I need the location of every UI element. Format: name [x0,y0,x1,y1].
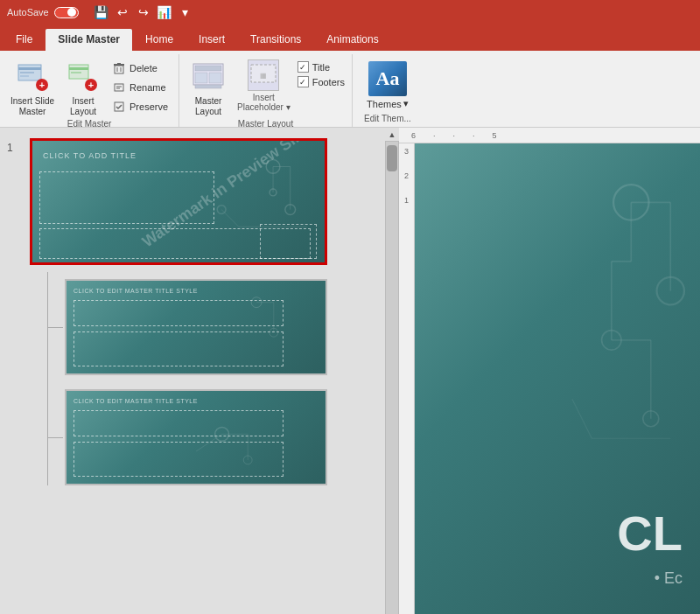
slide-thumb-1[interactable]: CLICK TO ADD TITLE Watermark in Preview … [30,138,327,265]
insert-layout-label: InsertLayout [70,96,96,117]
rename-button[interactable]: Rename [108,79,172,96]
footers-checkbox-box: ✓ [298,76,309,87]
rename-label: Rename [130,82,166,93]
insert-slide-master-icon: + [15,59,50,94]
title-checkbox[interactable]: ✓ Title [298,61,345,73]
canvas-bullet-text: • Ec [654,569,682,588]
canvas-large-text: CL [617,505,682,562]
redo-icon[interactable]: ↪ [135,3,152,21]
tab-file[interactable]: File [4,29,45,51]
svg-rect-7 [69,67,88,70]
themes-label: Themes ▾ [367,98,409,109]
ruler-h-mark-6: 6 [411,131,416,140]
master-layout-content: MasterLayout ▦ InsertPlaceholder ▾ ✓ Tit… [186,58,345,119]
themes-button[interactable]: Aa Themes ▾ [360,58,416,113]
connector-h-2 [47,327,63,328]
tab-transitions[interactable]: Transitions [238,29,313,51]
svg-rect-21 [195,66,221,71]
scroll-thumb[interactable] [387,145,397,171]
ruler-v-mark-1: 1 [404,196,409,205]
insert-slide-master-label: Insert SlideMaster [10,96,54,117]
preserve-button[interactable]: Preserve [108,98,172,115]
insert-layout-button[interactable]: + InsertLayout [61,58,105,119]
slide-item-2[interactable]: CLICK TO EDIT MASTER TITLE STYLE [65,279,385,375]
edit-theme-content: Aa Themes ▾ [360,58,416,114]
slide-1-dashed-box-1 [39,171,214,224]
svg-rect-16 [115,84,123,91]
title-bar: AutoSave 💾 ↩ ↪ 📊 ▾ [0,0,700,24]
insert-placeholder-icon: ▦ [248,59,279,91]
slide-panel[interactable]: 1 CLICK TO ADD TITLE Watermark [0,128,385,614]
presentation-icon[interactable]: 📊 [156,3,173,21]
insert-layout-icon: + [66,59,101,94]
master-layout-group: MasterLayout ▦ InsertPlaceholder ▾ ✓ Tit… [179,54,353,127]
edit-master-group: + Insert SlideMaster + InsertLayout [0,54,179,127]
slide-item-1[interactable]: CLICK TO ADD TITLE Watermark in Preview … [30,138,385,265]
slide-2-title: CLICK TO EDIT MASTER TITLE STYLE [74,288,198,294]
tab-animations[interactable]: Animations [314,29,390,51]
slide-3-box-2 [74,442,284,477]
ruler-h-mark-5: 5 [493,131,497,140]
slide-canvas[interactable]: CL • Ec [415,143,700,614]
svg-rect-24 [195,85,221,88]
vertical-connector [47,272,48,485]
preserve-label: Preserve [130,101,168,112]
undo-icon[interactable]: ↩ [114,3,131,21]
insert-placeholder-label: InsertPlaceholder ▾ [237,93,290,112]
ribbon-body: + Insert SlideMaster + InsertLayout [0,51,700,128]
themes-icon-text: Aa [376,67,400,90]
delete-icon [112,61,126,75]
connector-h-3 [47,437,63,438]
ruler-vertical: 3 2 1 [399,143,415,614]
footers-checkbox-label: Footers [312,77,345,87]
footers-checkbox[interactable]: ✓ Footers [298,76,345,87]
slide-thumb-3[interactable]: CLICK TO EDIT MASTER TITLE STYLE [65,389,327,485]
ruler-h-dot-1: · [433,131,436,140]
ruler-h-dot-3: · [472,131,475,140]
tab-home[interactable]: Home [133,29,186,51]
autosave-label: AutoSave [7,7,49,17]
themes-icon: Aa [368,61,407,96]
tab-slide-master[interactable]: Slide Master [46,29,132,51]
tab-insert[interactable]: Insert [186,29,237,51]
svg-line-34 [221,210,239,227]
master-layout-icon [191,59,226,94]
insert-slide-master-button[interactable]: + Insert SlideMaster [7,58,58,119]
preserve-icon [112,100,126,114]
svg-text:+: + [39,80,45,90]
edit-theme-group: Aa Themes ▾ Edit Them... [353,54,423,127]
slide-number-1: 1 [7,142,13,154]
slide-thumb-2[interactable]: CLICK TO EDIT MASTER TITLE STYLE [65,279,327,375]
ruler-h-dot-2: · [453,131,456,140]
delete-button[interactable]: Delete [108,59,172,77]
svg-rect-11 [115,66,123,73]
scroll-up-button[interactable]: ▲ [385,128,399,142]
insert-placeholder-button[interactable]: ▦ InsertPlaceholder ▾ [234,58,294,114]
slide-3-title: CLICK TO EDIT MASTER TITLE STYLE [74,398,198,404]
connector-container: CLICK TO EDIT MASTER TITLE STYLE [47,279,385,485]
divider-scrollbar[interactable]: ▲ [385,128,399,614]
ruler-horizontal: 6 · · · 5 [399,128,700,143]
svg-line-57 [572,399,592,438]
slide-2-box-2 [74,331,284,366]
svg-rect-22 [195,73,207,83]
slide-3-box-1 [74,410,284,436]
themes-dropdown-icon: ▾ [403,98,409,109]
title-checkbox-label: Title [312,62,330,73]
slide-2-box-1 [74,300,284,326]
delete-label: Delete [130,63,158,73]
more-icon[interactable]: ▾ [177,3,194,21]
save-icon[interactable]: 💾 [93,3,110,21]
svg-text:▦: ▦ [260,72,267,80]
slide-1-dashed-box-3 [260,224,317,259]
svg-rect-1 [18,67,41,70]
toggle-knob [67,8,76,17]
autosave-toggle[interactable] [54,7,79,18]
ruler-v-mark-2: 2 [404,171,409,180]
small-buttons-column: Delete Rename Preserve [108,58,172,115]
svg-rect-23 [209,73,221,83]
slide-item-3[interactable]: CLICK TO EDIT MASTER TITLE STYLE [65,389,385,485]
title-bar-left: AutoSave [7,7,79,18]
editor-area: 6 · · · 5 3 2 1 [399,128,700,614]
master-layout-button[interactable]: MasterLayout [186,58,230,119]
